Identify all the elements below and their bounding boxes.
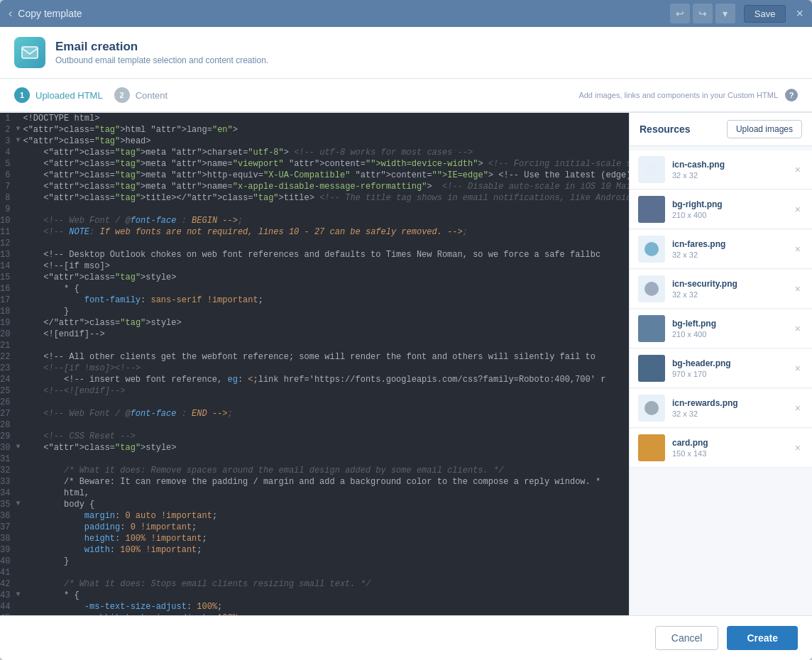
back-button[interactable]: ‹ bbox=[9, 7, 12, 20]
line-content: <"attr">class="tag">meta "attr">http-equ… bbox=[20, 170, 629, 181]
code-line: 11 <!-- NOTE: If web fonts are not requi… bbox=[0, 226, 629, 238]
line-content: margin: 0 auto !important; bbox=[20, 510, 629, 522]
step-2[interactable]: 2 Content bbox=[114, 79, 180, 111]
code-line: 37 padding: 0 !important; bbox=[0, 522, 629, 533]
delete-resource-button[interactable]: × bbox=[792, 441, 803, 455]
code-line: 24 <!-- insert web font reference, eg: <… bbox=[0, 374, 629, 385]
line-content: <!-- Web Font / @font-face : END -->; bbox=[20, 408, 629, 419]
delete-resource-button[interactable]: × bbox=[792, 361, 803, 375]
step-2-label: Content bbox=[136, 90, 168, 101]
help-icon[interactable]: ? bbox=[785, 89, 798, 101]
line-number: 9 bbox=[0, 204, 16, 215]
line-number: 22 bbox=[0, 351, 16, 363]
line-number: 16 bbox=[0, 283, 16, 295]
delete-resource-button[interactable]: × bbox=[792, 401, 803, 415]
topbar-title: Copy template bbox=[18, 8, 670, 19]
line-number: 18 bbox=[0, 306, 16, 317]
code-line: 28 bbox=[0, 419, 629, 431]
line-number: 40 bbox=[0, 556, 16, 567]
line-content: body { bbox=[20, 499, 629, 510]
line-number: 19 bbox=[0, 317, 16, 329]
dropdown-button[interactable]: ▾ bbox=[715, 4, 735, 23]
line-number: 4 bbox=[0, 147, 16, 158]
resource-item: icn-security.png32 x 32× bbox=[630, 270, 812, 309]
line-content: <!DOCTYPE html> bbox=[20, 113, 629, 124]
resource-size: 32 x 32 bbox=[672, 251, 792, 259]
delete-resource-button[interactable]: × bbox=[792, 242, 803, 256]
resource-thumbnail bbox=[638, 156, 665, 183]
line-content: <"attr">class="tag">style> bbox=[20, 442, 629, 453]
code-line: 23 <!--[if !mso]><!--> bbox=[0, 363, 629, 374]
resource-info: bg-right.png210 x 400 bbox=[672, 199, 792, 219]
code-line: 18 } bbox=[0, 306, 629, 317]
line-number: 43 bbox=[0, 590, 16, 601]
line-content: <!-- insert web font reference, eg: <;li… bbox=[20, 374, 629, 385]
line-content bbox=[20, 238, 629, 249]
delete-resource-button[interactable]: × bbox=[792, 321, 803, 336]
line-content: /* Beware: It can remove the padding / m… bbox=[20, 476, 629, 488]
redo-button[interactable]: ↪ bbox=[693, 4, 713, 23]
line-content: <!--[if !mso]><!--> bbox=[20, 363, 629, 374]
line-content: <"attr">class="tag">meta "attr">name="x-… bbox=[20, 181, 629, 192]
save-button[interactable]: Save bbox=[744, 5, 786, 23]
line-number: 28 bbox=[0, 419, 16, 431]
footer: Cancel Create bbox=[0, 615, 812, 660]
modal: ‹ Copy template ↩ ↪ ▾ Save × Email creat… bbox=[0, 0, 812, 660]
svg-point-4 bbox=[644, 401, 659, 415]
main-content: 1<!DOCTYPE html>2▼<"attr">class="tag">ht… bbox=[0, 113, 812, 615]
resource-item: icn-rewards.png32 x 32× bbox=[630, 389, 812, 428]
line-number: 45 bbox=[0, 612, 16, 615]
svg-point-3 bbox=[644, 282, 659, 296]
step-1-number: 1 bbox=[14, 87, 30, 103]
resource-size: 970 x 170 bbox=[672, 370, 792, 378]
resource-name: card.png bbox=[672, 438, 792, 448]
undo-button[interactable]: ↩ bbox=[670, 4, 690, 23]
code-line: 12 bbox=[0, 238, 629, 249]
resource-thumbnail bbox=[638, 355, 665, 382]
resources-title: Resources bbox=[640, 123, 727, 135]
close-button[interactable]: × bbox=[796, 6, 803, 21]
header: Email creation Outbound email template s… bbox=[0, 27, 812, 79]
code-line: 42 /* What it does: Stops email clients … bbox=[0, 578, 629, 590]
step-1[interactable]: 1 Uploaded HTML bbox=[14, 79, 114, 111]
step-1-label: Uploaded HTML bbox=[35, 90, 103, 101]
cancel-button[interactable]: Cancel bbox=[655, 626, 719, 650]
line-content: /* What it does: Stops email clients res… bbox=[20, 578, 629, 590]
line-number: 25 bbox=[0, 385, 16, 397]
code-line: 4 <"attr">class="tag">meta "attr">charse… bbox=[0, 147, 629, 158]
line-content bbox=[20, 340, 629, 351]
line-number: 26 bbox=[0, 397, 16, 408]
code-line: 34 html, bbox=[0, 488, 629, 499]
code-line: 32 /* What it does: Remove spaces around… bbox=[0, 465, 629, 476]
line-number: 29 bbox=[0, 431, 16, 442]
create-button[interactable]: Create bbox=[727, 626, 798, 650]
delete-resource-button[interactable]: × bbox=[792, 163, 803, 177]
line-content: <"attr">class="tag">title></"attr">class… bbox=[20, 192, 629, 204]
line-content: <"attr">class="tag">html "attr">lang="en… bbox=[20, 124, 629, 136]
line-content: -webkit-text-size-adjust: 100%; bbox=[20, 612, 629, 615]
line-number: 32 bbox=[0, 465, 16, 476]
line-content: -ms-text-size-adjust: 100%; bbox=[20, 601, 629, 612]
code-line: 40 } bbox=[0, 556, 629, 567]
resource-item: bg-right.png210 x 400× bbox=[630, 190, 812, 229]
resource-size: 32 x 32 bbox=[672, 171, 792, 180]
code-line: 3▼<"attr">class="tag">head> bbox=[0, 136, 629, 147]
code-lines: 1<!DOCTYPE html>2▼<"attr">class="tag">ht… bbox=[0, 113, 629, 615]
line-content: <!-- Web Font / @font-face : BEGIN -->; bbox=[20, 215, 629, 226]
code-line: 16 * { bbox=[0, 283, 629, 295]
delete-resource-button[interactable]: × bbox=[792, 282, 803, 296]
upload-images-button[interactable]: Upload images bbox=[727, 120, 802, 138]
resource-size: 210 x 400 bbox=[672, 211, 792, 219]
svg-point-2 bbox=[644, 242, 659, 256]
line-content: /* What it does: Remove spaces around th… bbox=[20, 465, 629, 476]
code-line: 39 width: 100% !important; bbox=[0, 544, 629, 556]
code-editor[interactable]: 1<!DOCTYPE html>2▼<"attr">class="tag">ht… bbox=[0, 113, 629, 615]
line-content: <![endif]--> bbox=[20, 329, 629, 340]
code-line: 5 <"attr">class="tag">meta "attr">name="… bbox=[0, 158, 629, 170]
code-line: 8 <"attr">class="tag">title></"attr">cla… bbox=[0, 192, 629, 204]
resource-thumbnail bbox=[638, 434, 665, 461]
delete-resource-button[interactable]: × bbox=[792, 202, 803, 216]
resource-info: bg-left.png210 x 400 bbox=[672, 319, 792, 339]
resource-thumbnail bbox=[638, 275, 665, 302]
step-2-number: 2 bbox=[114, 87, 130, 103]
